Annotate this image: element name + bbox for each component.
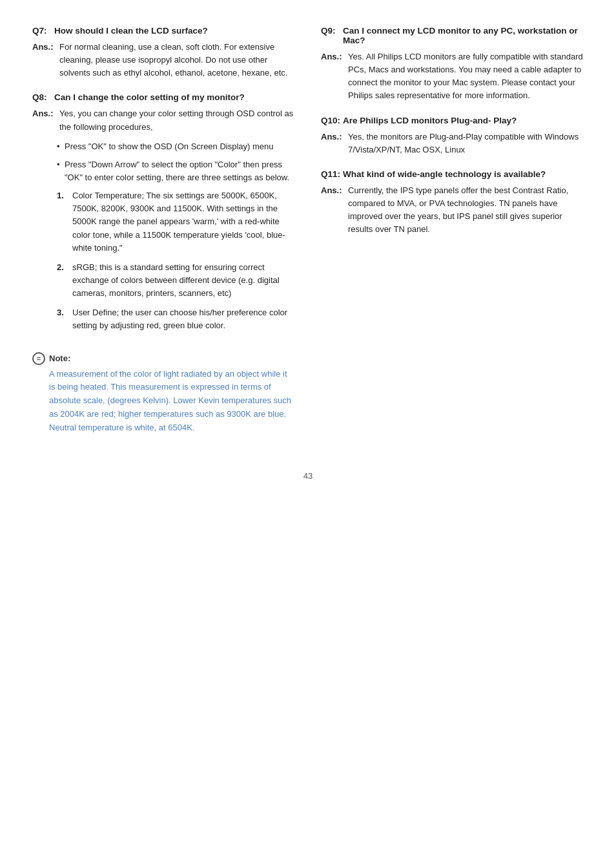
q10-answer-text: Yes, the monitors are Plug-and-Play comp… bbox=[348, 131, 584, 156]
page-container: Q7: How should I clean the LCD surface? … bbox=[32, 26, 584, 445]
q10-answer: Ans.: Yes, the monitors are Plug-and-Pla… bbox=[321, 131, 584, 156]
q9-heading: Q9: Can I connect my LCD monitor to any … bbox=[321, 26, 584, 45]
note-label: Note: bbox=[49, 353, 70, 363]
q11-block: Q11: What kind of wide-angle technology … bbox=[321, 169, 584, 237]
q9-answer-label: Ans.: bbox=[321, 50, 345, 103]
q8-heading: Q8: Can I change the color setting of my… bbox=[32, 92, 295, 102]
note-header: = Note: bbox=[32, 352, 295, 365]
list-item: sRGB; this is a standard setting for ens… bbox=[57, 261, 295, 300]
q7-answer: Ans.: For normal cleaning, use a clean, … bbox=[32, 41, 295, 79]
q11-answer: Ans.: Currently, the IPS type panels off… bbox=[321, 184, 584, 237]
q8-bullet-list: Press "OK" to show the OSD (On Screen Di… bbox=[57, 140, 295, 184]
q9-answer-text: Yes. All Philips LCD monitors are fully … bbox=[348, 50, 584, 103]
q11-heading: Q11: What kind of wide-angle technology … bbox=[321, 169, 584, 179]
q7-answer-label: Ans.: bbox=[32, 41, 57, 79]
list-item: Color Temperature; The six settings are … bbox=[57, 189, 295, 255]
note-icon: = bbox=[32, 352, 45, 365]
q9-answer: Ans.: Yes. All Philips LCD monitors are … bbox=[321, 50, 584, 103]
list-item: Press "OK" to show the OSD (On Screen Di… bbox=[57, 140, 295, 153]
q11-label: Q11: bbox=[321, 169, 340, 179]
note-text: A measurement of the color of light radi… bbox=[49, 369, 291, 432]
q7-answer-text: For normal cleaning, use a clean, soft c… bbox=[59, 41, 295, 79]
q7-question: How should I clean the LCD surface? bbox=[54, 26, 208, 36]
q7-block: Q7: How should I clean the LCD surface? … bbox=[32, 26, 295, 79]
q7-label: Q7: bbox=[32, 26, 52, 36]
note-block: = Note: A measurement of the color of li… bbox=[32, 352, 295, 435]
right-column: Q9: Can I connect my LCD monitor to any … bbox=[321, 26, 584, 445]
note-text-container: A measurement of the color of light radi… bbox=[32, 368, 295, 435]
q10-answer-label: Ans.: bbox=[321, 131, 345, 156]
q8-answer: Ans.: Yes, you can change your color set… bbox=[32, 107, 295, 339]
q9-block: Q9: Can I connect my LCD monitor to any … bbox=[321, 26, 584, 103]
q11-answer-text: Currently, the IPS type panels offer the… bbox=[348, 184, 584, 237]
list-item: Press "Down Arrow" to select the option … bbox=[57, 158, 295, 184]
left-column: Q7: How should I clean the LCD surface? … bbox=[32, 26, 295, 445]
q8-answer-label: Ans.: bbox=[32, 107, 57, 133]
q8-block: Q8: Can I change the color setting of my… bbox=[32, 92, 295, 339]
q10-label: Q10: bbox=[321, 116, 340, 125]
q11-answer-label: Ans.: bbox=[321, 184, 345, 237]
q8-question: Can I change the color setting of my mon… bbox=[54, 92, 245, 102]
q8-label: Q8: bbox=[32, 92, 52, 102]
q11-question: What kind of wide-angle technology is av… bbox=[343, 169, 546, 179]
q10-block: Q10: Are Philips LCD monitors Plug-and- … bbox=[321, 116, 584, 156]
q8-bullets-container: Press "OK" to show the OSD (On Screen Di… bbox=[32, 136, 295, 339]
page-number: 43 bbox=[32, 471, 584, 481]
q9-label: Q9: bbox=[321, 26, 340, 45]
q10-heading: Q10: Are Philips LCD monitors Plug-and- … bbox=[321, 116, 584, 125]
q8-answer-intro: Yes, you can change your color setting t… bbox=[59, 107, 295, 133]
q8-answer-row: Ans.: Yes, you can change your color set… bbox=[32, 107, 295, 133]
q9-question: Can I connect my LCD monitor to any PC, … bbox=[343, 26, 584, 45]
q8-numbered-list: Color Temperature; The six settings are … bbox=[57, 189, 295, 332]
list-item: User Define; the user can choose his/her… bbox=[57, 306, 295, 332]
q7-heading: Q7: How should I clean the LCD surface? bbox=[32, 26, 295, 36]
q10-question: Are Philips LCD monitors Plug-and- Play? bbox=[343, 116, 517, 125]
